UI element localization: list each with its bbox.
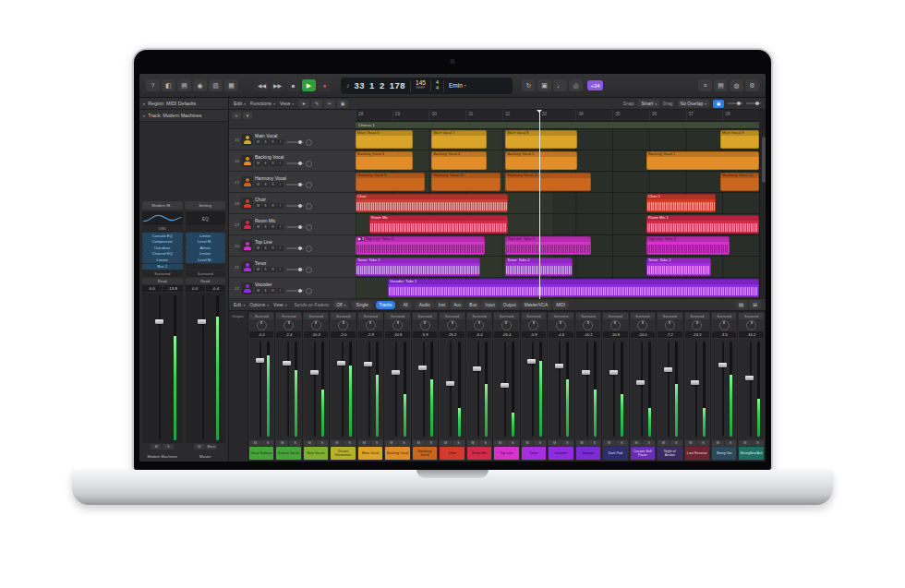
output-slot[interactable]: Surround: [576, 313, 600, 319]
input-monitor-button[interactable]: I: [277, 246, 284, 251]
fader-cap[interactable]: [745, 376, 754, 380]
quick-help-icon[interactable]: ?: [146, 79, 160, 91]
tab-setting[interactable]: Setting: [185, 201, 225, 210]
metronome-icon[interactable]: ♩: [553, 79, 567, 91]
filter-bus[interactable]: Bus: [465, 301, 480, 309]
mute-button[interactable]: M: [413, 440, 425, 446]
solo-button[interactable]: S: [317, 440, 329, 446]
solo-button[interactable]: S: [289, 440, 301, 446]
audio-fx-slot[interactable]: Atmos: [186, 245, 226, 251]
channel-fader[interactable]: [276, 339, 300, 439]
collab-badge[interactable]: +34: [587, 80, 603, 90]
fader-cap[interactable]: [392, 370, 400, 375]
output-slot[interactable]: Surround: [304, 313, 328, 319]
cycle-icon[interactable]: ↻: [522, 79, 536, 91]
pan-knob[interactable]: [257, 320, 267, 330]
output-slot[interactable]: Surround: [739, 313, 763, 319]
solo-button[interactable]: S: [616, 440, 628, 446]
channel-fader[interactable]: [631, 339, 655, 439]
loop-browser-icon[interactable]: ▦: [224, 79, 238, 91]
track-header[interactable]: 20Top LineMSRI: [229, 235, 356, 257]
lcd-display[interactable]: ♪ 33 1 2 178 145 KEEP: [341, 78, 513, 94]
alerts-icon[interactable]: ◍: [730, 79, 743, 91]
mute-button[interactable]: M: [494, 440, 506, 446]
fader-cap[interactable]: [664, 367, 672, 372]
channel-fader[interactable]: [685, 339, 709, 439]
channel-fader[interactable]: [467, 339, 491, 439]
channel-fader[interactable]: [739, 339, 763, 439]
tuner-icon[interactable]: ◎: [569, 79, 583, 91]
fader-cap[interactable]: [337, 361, 345, 366]
output-slot[interactable]: Surround: [658, 313, 682, 319]
key-signature[interactable]: Emin ▾: [449, 82, 466, 89]
output-slot[interactable]: Surround: [413, 313, 437, 319]
mute-button[interactable]: M: [151, 444, 162, 450]
record-enable-button[interactable]: R: [270, 246, 276, 251]
solo-button[interactable]: S: [262, 440, 274, 446]
take-count-chip[interactable]: ▶ 3: [357, 237, 365, 242]
channel-fader[interactable]: [186, 293, 226, 444]
mute-button[interactable]: M: [304, 440, 316, 446]
pencil-tool-icon[interactable]: ✎: [311, 100, 322, 108]
region[interactable]: Vocoder: Take 2: [388, 279, 759, 297]
mute-button[interactable]: M: [255, 182, 261, 187]
pan-knob[interactable]: [746, 320, 756, 330]
automation-mode-button[interactable]: Read: [186, 278, 226, 284]
ruler-bar[interactable]: 29: [392, 110, 429, 121]
pan-knob[interactable]: [420, 320, 430, 330]
solo-button[interactable]: S: [398, 440, 410, 446]
channel-fader[interactable]: [603, 339, 627, 439]
mute-button[interactable]: M: [603, 440, 615, 446]
track-header[interactable]: 21TenorMSRI: [229, 257, 356, 278]
channel-fader[interactable]: [440, 339, 464, 439]
mute-button[interactable]: M: [440, 440, 452, 446]
solo-button[interactable]: S: [479, 440, 491, 446]
channel-fader[interactable]: [331, 339, 355, 439]
solo-button[interactable]: S: [561, 440, 573, 446]
fader-cap[interactable]: [582, 370, 590, 375]
pan-knob[interactable]: [306, 203, 312, 210]
output-slot[interactable]: Surround: [549, 313, 573, 319]
fader-cap[interactable]: [283, 361, 291, 366]
ruler-bar[interactable]: 33: [539, 110, 576, 121]
mute-button[interactable]: M: [255, 246, 261, 251]
filter-audio[interactable]: Audio: [416, 301, 434, 309]
channel-fader[interactable]: [576, 339, 600, 439]
output-slot[interactable]: Surround: [385, 313, 409, 319]
channel-fader[interactable]: [385, 339, 409, 439]
output-slot[interactable]: Surround: [467, 313, 491, 319]
drag-select[interactable]: No Overlap ▾: [678, 100, 709, 107]
mute-button[interactable]: M: [631, 440, 643, 446]
fader-cap[interactable]: [555, 364, 563, 368]
record-button[interactable]: ●: [318, 79, 332, 91]
record-enable-button[interactable]: R: [270, 288, 276, 294]
volume-slider[interactable]: [286, 162, 304, 164]
eq-thumbnail[interactable]: [142, 211, 183, 225]
mute-button[interactable]: M: [385, 440, 397, 446]
pan-knob[interactable]: [306, 246, 312, 252]
output-slot[interactable]: Surround: [276, 313, 300, 319]
add-track-icon[interactable]: +: [232, 112, 241, 119]
audio-fx-slot[interactable]: Level M..: [186, 257, 226, 263]
send-slot[interactable]: Bus 2: [142, 264, 183, 270]
fader-cap[interactable]: [473, 366, 481, 371]
region[interactable]: Backing Vocal.3: [356, 151, 413, 170]
mute-button[interactable]: M: [549, 440, 561, 446]
track-header[interactable]: 16Backing VocalMSRI: [229, 150, 356, 172]
mute-button[interactable]: M: [255, 288, 261, 294]
region[interactable]: Harmony Vocal.12: [720, 173, 759, 191]
eq-thumbnail[interactable]: EQ: [186, 211, 226, 225]
solo-button[interactable]: S: [426, 440, 438, 446]
solo-button[interactable]: S: [534, 440, 546, 446]
region[interactable]: Room Mic.1: [646, 215, 759, 234]
forward-button[interactable]: ▶▶: [271, 79, 284, 91]
pan-knob[interactable]: [665, 320, 675, 330]
pan-knob[interactable]: [637, 320, 647, 330]
mixer-icon[interactable]: ▥: [209, 79, 223, 91]
bar-ruler[interactable]: 2829303132333435363738: [356, 110, 759, 122]
play-button[interactable]: ▶: [302, 79, 316, 91]
solo-button[interactable]: S: [262, 139, 269, 145]
fader-cap[interactable]: [636, 380, 645, 385]
ruler-bar[interactable]: 38: [722, 110, 759, 121]
solo-button[interactable]: S: [262, 203, 269, 209]
